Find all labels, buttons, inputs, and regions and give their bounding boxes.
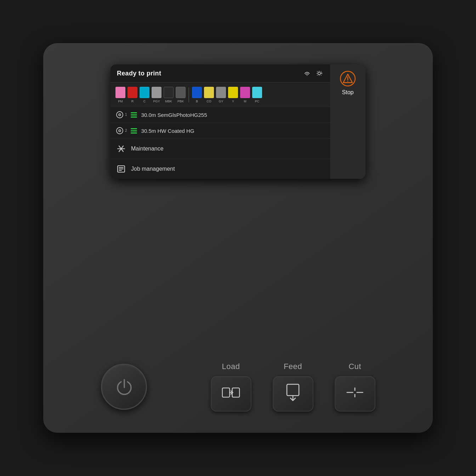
ink-swatch-m [240,87,250,98]
screen-icons: A [303,69,324,77]
ink-swatch-pm [115,87,125,98]
ink-swatch-c [140,87,149,98]
ink-label-r: R [131,100,134,103]
wifi-icon [303,69,311,77]
paper-info-1: 30.0m SemGlsPhotoHG255 [141,112,207,118]
ink-pm: PM [115,87,125,103]
paper-info-2: 30.5m HW Coated HG [141,128,194,134]
load-group: Load [211,362,251,412]
maintenance-label: Maintenance [131,146,164,152]
ink-swatch-r [128,87,137,98]
ink-r: R [128,87,137,103]
ink-label-gy: GY [219,100,223,103]
screen-container: Ready to print [110,64,366,179]
load-label: Load [222,362,240,371]
svg-point-1 [318,72,321,74]
feed-label: Feed [284,362,302,371]
feed-button[interactable] [273,376,313,412]
svg-rect-28 [222,388,230,397]
power-icon [114,377,134,397]
ink-swatch-pc [252,87,262,98]
ink-label-pc: PC [255,100,260,103]
ink-y: Y [228,87,238,103]
svg-line-5 [317,71,317,72]
load-icon [222,385,240,403]
main-screen: Ready to print [110,64,330,179]
ink-label-b: B [196,100,198,103]
stop-button[interactable]: Stop [339,70,356,96]
menu-item-job[interactable]: Job management [110,159,330,179]
ink-pc: PC [252,87,262,103]
svg-rect-33 [353,391,357,394]
maintenance-icon [116,144,126,154]
top-panel: Ready to print [43,43,433,179]
brightness-icon: A [316,69,324,77]
screen-header: Ready to print [110,64,330,83]
menu-item-maintenance[interactable]: Maintenance [110,139,330,159]
cut-group: Cut [335,362,375,412]
svg-rect-30 [287,384,299,396]
screen-title: Ready to print [117,70,161,77]
ink-gy: GY [216,87,226,103]
roll-icon-2: 2 [115,126,127,135]
ink-swatch-pgy [152,87,162,98]
stop-icon [339,70,356,87]
job-label: Job management [131,166,175,172]
ink-swatch-co [204,87,214,98]
svg-text:A: A [321,72,323,74]
ink-pbk: PBK [176,87,186,103]
bar-lines-1 [131,112,137,118]
ink-label-pbk: PBK [177,100,184,103]
ink-swatch-gy [216,87,226,98]
svg-point-0 [307,75,307,76]
load-button[interactable] [211,376,251,412]
svg-line-6 [317,75,317,75]
ink-swatch-y [228,87,238,98]
cut-label: Cut [348,362,361,371]
ink-label-y: Y [232,100,234,103]
feed-icon [284,383,302,404]
roll-icon-1: 1 [115,110,127,119]
menu-section: Maintenance Job management [110,139,330,179]
paper-roll-2[interactable]: 2 30.5m HW Coated HG [110,123,330,138]
cut-icon [346,383,364,404]
svg-point-26 [347,81,348,81]
paper-roll-1[interactable]: 1 30.0m SemGlsPhotoHG255 [110,107,330,123]
ink-m: M [240,87,250,103]
ink-row: PM R C PGY [115,87,325,103]
ink-co: CO [204,87,214,103]
stop-panel: Stop [330,64,366,179]
ink-label-m: M [244,100,246,103]
ink-swatch-pbk [176,87,186,98]
svg-point-12 [119,114,120,115]
ink-c: C [140,87,149,103]
ink-pgy: PGY [152,87,162,103]
cut-button[interactable] [335,376,375,412]
ink-label-mbk: MBK [165,100,172,103]
job-icon [116,164,126,174]
ink-swatch-b [192,87,202,98]
stop-label: Stop [342,89,354,96]
paper-section: 1 30.0m SemGlsPhotoHG255 [110,107,330,139]
controls-panel: Load Feed [43,362,433,412]
ink-b: B [192,87,202,103]
ink-swatch-mbk [164,87,174,98]
ink-label-pm: PM [118,100,123,103]
bar-lines-2 [131,128,137,134]
svg-line-8 [321,75,321,75]
svg-point-15 [119,130,120,131]
ink-label-pgy: PGY [153,100,160,103]
ink-label-co: CO [206,100,211,103]
ink-section: PM R C PGY [110,83,330,107]
power-button[interactable] [101,364,147,410]
svg-rect-29 [232,388,239,397]
printer-body: Ready to print [43,43,433,433]
ink-mbk: MBK [164,87,174,103]
feed-group: Feed [273,362,313,412]
ink-label-c: C [143,100,146,103]
ink-divider [188,87,189,102]
